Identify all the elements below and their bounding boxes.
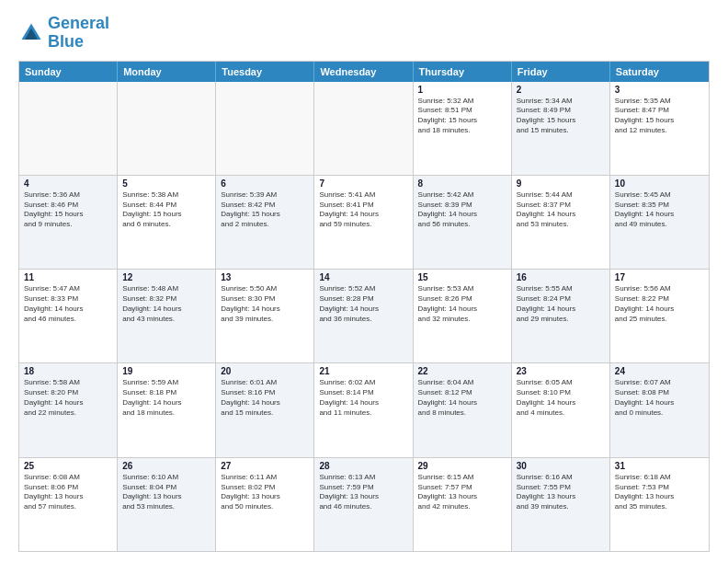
day-9: 9Sunrise: 5:44 AM Sunset: 8:37 PM Daylig… [512, 176, 610, 269]
day-21: 21Sunrise: 6:02 AM Sunset: 8:14 PM Dayli… [314, 363, 413, 456]
day-19: 19Sunrise: 5:59 AM Sunset: 8:18 PM Dayli… [118, 363, 216, 456]
day-27: 27Sunrise: 6:11 AM Sunset: 8:02 PM Dayli… [216, 458, 314, 551]
day-2: 2Sunrise: 5:34 AM Sunset: 8:49 PM Daylig… [512, 82, 610, 175]
day-30: 30Sunrise: 6:16 AM Sunset: 7:55 PM Dayli… [512, 458, 610, 551]
day-number: 8 [418, 178, 506, 189]
day-number: 26 [122, 461, 210, 471]
header-day-thursday: Thursday [414, 62, 512, 82]
day-26: 26Sunrise: 6:10 AM Sunset: 8:04 PM Dayli… [118, 458, 216, 551]
day-info: Sunrise: 6:02 AM Sunset: 8:14 PM Dayligh… [319, 378, 407, 418]
day-number: 5 [122, 178, 210, 189]
day-number: 19 [122, 366, 210, 376]
day-info: Sunrise: 6:05 AM Sunset: 8:10 PM Dayligh… [517, 378, 605, 418]
week-row-5: 25Sunrise: 6:08 AM Sunset: 8:06 PM Dayli… [19, 458, 709, 551]
day-info: Sunrise: 5:38 AM Sunset: 8:44 PM Dayligh… [122, 190, 210, 230]
header-day-sunday: Sunday [19, 62, 118, 82]
day-number: 9 [517, 178, 605, 189]
day-14: 14Sunrise: 5:52 AM Sunset: 8:28 PM Dayli… [314, 270, 413, 362]
day-29: 29Sunrise: 6:15 AM Sunset: 7:57 PM Dayli… [414, 458, 512, 551]
day-number: 12 [122, 272, 210, 282]
day-22: 22Sunrise: 6:04 AM Sunset: 8:12 PM Dayli… [414, 363, 512, 456]
day-number: 24 [615, 366, 704, 376]
day-info: Sunrise: 5:52 AM Sunset: 8:28 PM Dayligh… [319, 284, 407, 324]
day-info: Sunrise: 5:34 AM Sunset: 8:49 PM Dayligh… [517, 97, 605, 136]
day-info: Sunrise: 6:18 AM Sunset: 7:53 PM Dayligh… [615, 473, 704, 512]
week-row-3: 11Sunrise: 5:47 AM Sunset: 8:33 PM Dayli… [19, 270, 709, 363]
day-info: Sunrise: 5:53 AM Sunset: 8:26 PM Dayligh… [418, 284, 506, 324]
day-number: 21 [319, 366, 407, 376]
calendar: SundayMondayTuesdayWednesdayThursdayFrid… [18, 61, 710, 552]
day-number: 4 [24, 178, 112, 189]
logo: General Blue [18, 15, 109, 52]
day-3: 3Sunrise: 5:35 AM Sunset: 8:47 PM Daylig… [610, 82, 709, 175]
day-info: Sunrise: 5:58 AM Sunset: 8:20 PM Dayligh… [24, 378, 112, 418]
day-number: 29 [418, 461, 506, 471]
day-info: Sunrise: 5:41 AM Sunset: 8:41 PM Dayligh… [319, 190, 407, 230]
day-info: Sunrise: 5:36 AM Sunset: 8:46 PM Dayligh… [24, 190, 112, 230]
day-18: 18Sunrise: 5:58 AM Sunset: 8:20 PM Dayli… [19, 363, 118, 456]
day-20: 20Sunrise: 6:01 AM Sunset: 8:16 PM Dayli… [216, 363, 314, 456]
calendar-body: 1Sunrise: 5:32 AM Sunset: 8:51 PM Daylig… [19, 82, 709, 551]
day-number: 14 [319, 272, 407, 282]
day-28: 28Sunrise: 6:13 AM Sunset: 7:59 PM Dayli… [314, 458, 413, 551]
day-number: 15 [418, 272, 506, 282]
day-11: 11Sunrise: 5:47 AM Sunset: 8:33 PM Dayli… [19, 270, 118, 362]
logo-text: General Blue [48, 15, 109, 52]
day-23: 23Sunrise: 6:05 AM Sunset: 8:10 PM Dayli… [512, 363, 610, 456]
day-info: Sunrise: 6:10 AM Sunset: 8:04 PM Dayligh… [122, 473, 210, 512]
day-number: 17 [615, 272, 704, 282]
day-10: 10Sunrise: 5:45 AM Sunset: 8:35 PM Dayli… [610, 176, 709, 269]
day-1: 1Sunrise: 5:32 AM Sunset: 8:51 PM Daylig… [414, 82, 512, 175]
week-row-4: 18Sunrise: 5:58 AM Sunset: 8:20 PM Dayli… [19, 363, 709, 457]
day-info: Sunrise: 5:32 AM Sunset: 8:51 PM Dayligh… [418, 97, 506, 136]
day-info: Sunrise: 5:56 AM Sunset: 8:22 PM Dayligh… [615, 284, 704, 324]
empty-cell [314, 82, 413, 175]
week-row-1: 1Sunrise: 5:32 AM Sunset: 8:51 PM Daylig… [19, 82, 709, 176]
day-info: Sunrise: 5:55 AM Sunset: 8:24 PM Dayligh… [517, 284, 605, 324]
day-number: 11 [24, 272, 112, 282]
page: General Blue SundayMondayTuesdayWednesda… [0, 0, 728, 563]
header-day-friday: Friday [512, 62, 610, 82]
day-7: 7Sunrise: 5:41 AM Sunset: 8:41 PM Daylig… [314, 176, 413, 269]
day-info: Sunrise: 6:07 AM Sunset: 8:08 PM Dayligh… [615, 378, 704, 418]
day-4: 4Sunrise: 5:36 AM Sunset: 8:46 PM Daylig… [19, 176, 118, 269]
day-16: 16Sunrise: 5:55 AM Sunset: 8:24 PM Dayli… [512, 270, 610, 362]
empty-cell [19, 82, 118, 175]
day-info: Sunrise: 6:08 AM Sunset: 8:06 PM Dayligh… [24, 473, 112, 512]
week-row-2: 4Sunrise: 5:36 AM Sunset: 8:46 PM Daylig… [19, 176, 709, 270]
day-31: 31Sunrise: 6:18 AM Sunset: 7:53 PM Dayli… [610, 458, 709, 551]
day-number: 16 [517, 272, 605, 282]
empty-cell [118, 82, 216, 175]
day-info: Sunrise: 6:13 AM Sunset: 7:59 PM Dayligh… [319, 473, 407, 512]
day-number: 13 [221, 272, 309, 282]
day-number: 10 [615, 178, 704, 189]
day-5: 5Sunrise: 5:38 AM Sunset: 8:44 PM Daylig… [118, 176, 216, 269]
day-number: 27 [221, 461, 309, 471]
empty-cell [216, 82, 314, 175]
day-info: Sunrise: 6:11 AM Sunset: 8:02 PM Dayligh… [221, 473, 309, 512]
header-day-monday: Monday [118, 62, 216, 82]
calendar-header: SundayMondayTuesdayWednesdayThursdayFrid… [19, 62, 709, 82]
day-15: 15Sunrise: 5:53 AM Sunset: 8:26 PM Dayli… [414, 270, 512, 362]
day-info: Sunrise: 5:59 AM Sunset: 8:18 PM Dayligh… [122, 378, 210, 418]
day-number: 22 [418, 366, 506, 376]
day-number: 3 [615, 85, 704, 95]
day-info: Sunrise: 5:48 AM Sunset: 8:32 PM Dayligh… [122, 284, 210, 324]
day-24: 24Sunrise: 6:07 AM Sunset: 8:08 PM Dayli… [610, 363, 709, 456]
day-25: 25Sunrise: 6:08 AM Sunset: 8:06 PM Dayli… [19, 458, 118, 551]
day-number: 18 [24, 366, 112, 376]
day-number: 20 [221, 366, 309, 376]
day-17: 17Sunrise: 5:56 AM Sunset: 8:22 PM Dayli… [610, 270, 709, 362]
day-12: 12Sunrise: 5:48 AM Sunset: 8:32 PM Dayli… [118, 270, 216, 362]
day-number: 7 [319, 178, 407, 189]
header-day-wednesday: Wednesday [314, 62, 413, 82]
day-info: Sunrise: 5:50 AM Sunset: 8:30 PM Dayligh… [221, 284, 309, 324]
day-number: 1 [418, 85, 506, 95]
day-number: 25 [24, 461, 112, 471]
day-13: 13Sunrise: 5:50 AM Sunset: 8:30 PM Dayli… [216, 270, 314, 362]
header-day-tuesday: Tuesday [216, 62, 314, 82]
day-number: 30 [517, 461, 605, 471]
header: General Blue [18, 15, 710, 52]
day-number: 31 [615, 461, 704, 471]
day-6: 6Sunrise: 5:39 AM Sunset: 8:42 PM Daylig… [216, 176, 314, 269]
